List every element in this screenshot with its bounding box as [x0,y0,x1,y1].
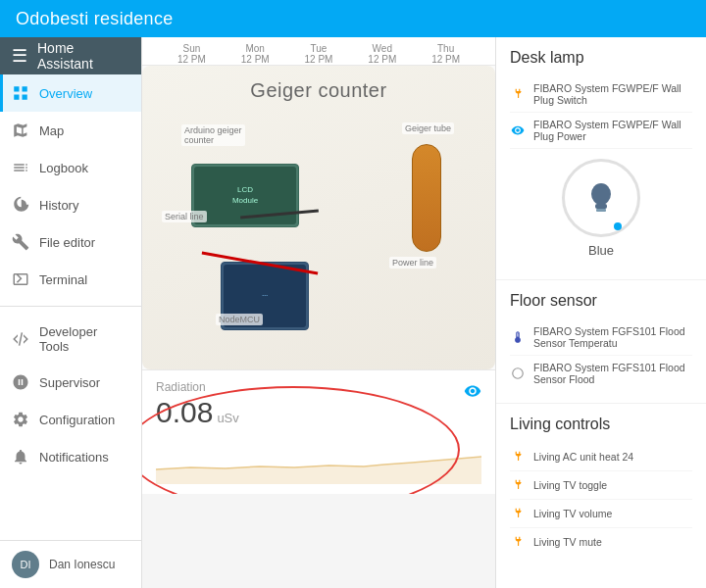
list-icon [12,159,29,176]
svg-rect-2 [14,95,19,100]
radiation-unit: uSv [217,411,238,425]
wrench-icon [12,233,29,251]
tools-icon [12,330,29,348]
sidebar-item-terminal[interactable]: Terminal [0,261,141,298]
sidebar-label-overview: Overview [39,86,92,101]
sidebar-item-configuration[interactable]: Configuration [0,401,141,438]
sidebar-item-notifications[interactable]: Notifications [0,438,141,475]
living-controls-section: Living controls Living AC unit heat 24 [496,404,706,567]
sidebar-item-overview[interactable]: Overview [0,74,141,112]
floor-sensor-title: Floor sensor [510,292,692,310]
living-ac: Living AC unit heat 24 [510,443,692,471]
living-tv-volume: Living TV volume [510,500,692,528]
center-panel: Sun 12 PM Mon 12 PM Tue 12 PM Wed 12 PM [142,37,495,588]
terminal-icon [12,270,29,288]
radiation-eye-icon[interactable] [464,382,481,404]
plug-icon-1 [510,86,526,102]
svg-rect-6 [595,204,607,209]
floor-sensor-section: Floor sensor FIBARO System FGFS101 Flood… [496,280,706,404]
living-tv-mute-label: Living TV mute [533,536,602,548]
svg-point-8 [513,368,524,379]
map-icon [12,122,29,139]
floor-sensor-flood: FIBARO System FGFS101 Flood Sensor Flood [510,356,692,391]
desk-lamp-switch-label: FIBARO System FGWPE/F Wall Plug Switch [533,82,692,106]
right-panel: Desk lamp FIBARO System FGWPE/F Wall Plu… [495,37,706,588]
chart-col-wed: Wed 12 PM [350,43,414,65]
plug-icon-ac [510,449,526,465]
geiger-card: Geiger counter LCDModule ⋅⋅⋅ [142,66,495,369]
svg-rect-1 [23,86,27,91]
chart-col-mon: Mon 12 PM [224,43,287,65]
radiation-card: Radiation 0.08 uSv [142,369,495,494]
label-arduino: Arduino geigercounter [181,124,245,146]
chart-col-thu: Thu 12 PM [414,43,478,65]
svg-point-5 [591,183,611,205]
sidebar-item-supervisor[interactable]: Supervisor [0,364,141,401]
desk-lamp-section: Desk lamp FIBARO System FGWPE/F Wall Plu… [496,37,706,280]
radiation-value-row: 0.08 uSv [156,396,481,429]
desk-lamp-title: Desk lamp [510,49,692,67]
radiation-label: Radiation [156,380,481,394]
sidebar-label-map: Map [39,123,64,138]
sidebar-label-supervisor: Supervisor [39,375,100,390]
svg-rect-3 [23,95,27,100]
radiation-chart [156,435,481,484]
desk-lamp-power: FIBARO System FGWPE/F Wall Plug Power [510,113,692,149]
living-ac-label: Living AC unit heat 24 [533,451,633,463]
sidebar-nav: Overview Map Logbook [0,74,141,540]
label-nodemcu: NodeMCU [216,314,263,325]
geiger-image: Geiger counter LCDModule ⋅⋅⋅ [142,66,495,369]
bell-icon [12,448,29,466]
chart-header: Sun 12 PM Mon 12 PM Tue 12 PM Wed 12 PM [142,37,495,66]
chart-col-tue: Tue 12 PM [287,43,351,65]
circle-icon [510,366,526,381]
sidebar-item-history[interactable]: History [0,186,141,223]
topbar-title: Odobesti residence [16,9,174,29]
sidebar-header: ☰ Home Assistant [0,37,141,74]
geiger-title: Geiger counter [250,79,386,102]
label-power: Power line [389,257,436,269]
plug-icon-tv-mute [510,534,526,550]
content-area: Sun 12 PM Mon 12 PM Tue 12 PM Wed 12 PM [142,37,706,588]
sidebar-label-notifications: Notifications [39,450,109,465]
bulb-color-label: Blue [588,243,614,258]
sidebar-bottom: DI Dan Ionescu [0,540,141,588]
label-tube: Geiger tube [402,122,454,134]
living-tv-toggle: Living TV toggle [510,471,692,500]
floor-sensor-temp-label: FIBARO System FGFS101 Flood Sensor Tempe… [533,325,692,349]
thermometer-icon [510,329,526,345]
grid-icon [12,84,29,102]
supervisor-icon [12,373,29,391]
desk-lamp-switch: FIBARO System FGWPE/F Wall Plug Switch [510,76,692,113]
topbar: Odobesti residence [0,0,706,37]
bulb-status-dot [614,222,622,230]
living-tv-toggle-label: Living TV toggle [533,479,607,491]
app-name: Home Assistant [37,40,129,72]
sidebar-item-map[interactable]: Map [0,112,141,149]
sidebar-label-configuration: Configuration [39,413,115,427]
sidebar-label-developer-tools: Developer Tools [39,324,129,354]
plug-icon-tv-volume [510,506,526,521]
bulb-widget[interactable]: Blue [510,159,692,258]
svg-rect-0 [14,86,19,91]
main-layout: ☰ Home Assistant Overview Map [0,37,706,588]
floor-sensor-flood-label: FIBARO System FGFS101 Flood Sensor Flood [533,362,692,385]
bulb-svg [581,178,621,218]
living-tv-mute: Living TV mute [510,528,692,556]
chart-icon [12,196,29,214]
hamburger-icon[interactable]: ☰ [12,45,27,67]
chart-col-sun: Sun 12 PM [160,43,224,65]
radiation-value: 0.08 [156,396,213,429]
living-tv-volume-label: Living TV volume [533,508,612,519]
sidebar-item-file-editor[interactable]: File editor [0,223,141,261]
sidebar-item-developer-tools[interactable]: Developer Tools [0,315,141,364]
sidebar-label-history: History [39,198,78,213]
user-name: Dan Ionescu [49,558,115,571]
sidebar-user[interactable]: DI Dan Ionescu [0,540,141,588]
sidebar-label-file-editor: File editor [39,235,95,250]
svg-rect-7 [596,209,606,212]
eye-icon-2 [510,122,526,138]
sidebar: ☰ Home Assistant Overview Map [0,37,142,588]
desk-lamp-power-label: FIBARO System FGWPE/F Wall Plug Power [533,119,692,142]
sidebar-item-logbook[interactable]: Logbook [0,149,141,186]
